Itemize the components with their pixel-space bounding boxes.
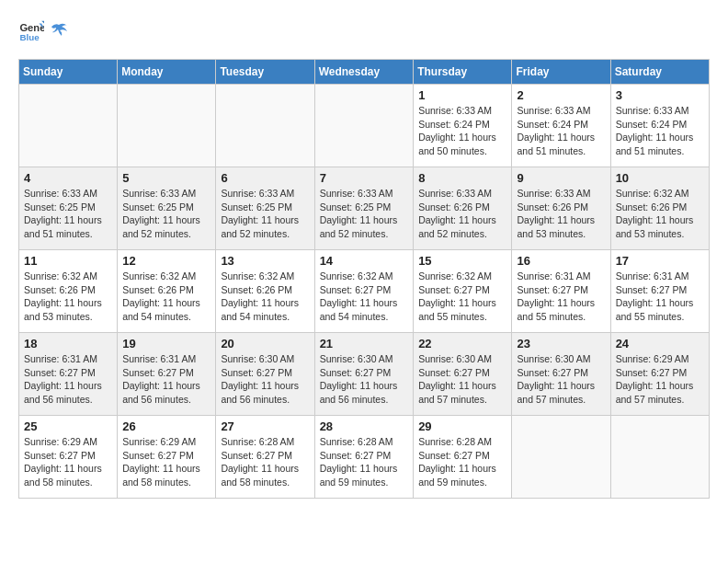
calendar-cell: 17Sunrise: 6:31 AM Sunset: 6:27 PM Dayli… <box>610 250 709 333</box>
calendar-cell: 6Sunrise: 6:33 AM Sunset: 6:25 PM Daylig… <box>216 167 314 250</box>
day-number: 19 <box>122 337 210 350</box>
logo: General Blue <box>18 18 70 44</box>
calendar-cell: 13Sunrise: 6:32 AM Sunset: 6:26 PM Dayli… <box>216 250 314 333</box>
day-number: 3 <box>616 88 704 102</box>
day-number: 7 <box>320 171 409 185</box>
calendar-week-row: 11Sunrise: 6:32 AM Sunset: 6:26 PM Dayli… <box>19 250 710 333</box>
day-info: Sunrise: 6:31 AM Sunset: 6:27 PM Dayligh… <box>122 352 210 407</box>
day-number: 25 <box>24 419 112 433</box>
calendar-cell: 23Sunrise: 6:30 AM Sunset: 6:27 PM Dayli… <box>512 333 610 416</box>
col-header-monday: Monday <box>118 60 216 85</box>
day-info: Sunrise: 6:32 AM Sunset: 6:27 PM Dayligh… <box>418 270 506 324</box>
day-number: 20 <box>221 337 309 350</box>
day-number: 1 <box>418 88 506 102</box>
day-info: Sunrise: 6:29 AM Sunset: 6:27 PM Dayligh… <box>122 435 210 489</box>
calendar-cell: 27Sunrise: 6:28 AM Sunset: 6:27 PM Dayli… <box>216 416 314 499</box>
day-number: 16 <box>517 254 605 268</box>
day-number: 22 <box>418 337 506 350</box>
day-number: 10 <box>616 171 704 185</box>
calendar-cell: 3Sunrise: 6:33 AM Sunset: 6:24 PM Daylig… <box>610 85 709 167</box>
day-number: 28 <box>320 419 409 433</box>
calendar-table: SundayMondayTuesdayWednesdayThursdayFrid… <box>18 59 710 499</box>
day-info: Sunrise: 6:31 AM Sunset: 6:27 PM Dayligh… <box>517 270 605 324</box>
day-number: 5 <box>122 171 210 185</box>
day-number: 11 <box>24 254 112 268</box>
day-number: 6 <box>221 171 309 185</box>
calendar-week-row: 25Sunrise: 6:29 AM Sunset: 6:27 PM Dayli… <box>19 416 710 499</box>
calendar-cell: 8Sunrise: 6:33 AM Sunset: 6:26 PM Daylig… <box>414 167 512 250</box>
svg-text:Blue: Blue <box>19 32 40 42</box>
day-info: Sunrise: 6:31 AM Sunset: 6:27 PM Dayligh… <box>616 270 704 324</box>
col-header-wednesday: Wednesday <box>314 60 414 85</box>
calendar-cell: 22Sunrise: 6:30 AM Sunset: 6:27 PM Dayli… <box>414 333 512 416</box>
day-info: Sunrise: 6:28 AM Sunset: 6:27 PM Dayligh… <box>320 435 409 489</box>
calendar-cell: 29Sunrise: 6:28 AM Sunset: 6:27 PM Dayli… <box>414 416 512 499</box>
calendar-cell: 26Sunrise: 6:29 AM Sunset: 6:27 PM Dayli… <box>118 416 216 499</box>
col-header-saturday: Saturday <box>610 60 709 85</box>
calendar-cell <box>19 85 118 167</box>
calendar-cell <box>314 85 414 167</box>
day-number: 29 <box>418 419 506 433</box>
calendar-cell: 9Sunrise: 6:33 AM Sunset: 6:26 PM Daylig… <box>512 167 610 250</box>
calendar-cell: 25Sunrise: 6:29 AM Sunset: 6:27 PM Dayli… <box>19 416 118 499</box>
day-info: Sunrise: 6:33 AM Sunset: 6:24 PM Dayligh… <box>517 104 605 158</box>
col-header-friday: Friday <box>512 60 610 85</box>
day-info: Sunrise: 6:33 AM Sunset: 6:24 PM Dayligh… <box>616 104 704 158</box>
day-info: Sunrise: 6:32 AM Sunset: 6:26 PM Dayligh… <box>122 270 210 324</box>
day-info: Sunrise: 6:29 AM Sunset: 6:27 PM Dayligh… <box>616 352 704 407</box>
day-number: 4 <box>24 171 112 185</box>
day-info: Sunrise: 6:28 AM Sunset: 6:27 PM Dayligh… <box>221 435 309 489</box>
day-info: Sunrise: 6:28 AM Sunset: 6:27 PM Dayligh… <box>418 435 506 489</box>
day-number: 13 <box>221 254 309 268</box>
day-number: 14 <box>320 254 409 268</box>
calendar-cell <box>610 416 709 499</box>
day-number: 9 <box>517 171 605 185</box>
calendar-header-row: SundayMondayTuesdayWednesdayThursdayFrid… <box>19 60 710 85</box>
calendar-cell: 15Sunrise: 6:32 AM Sunset: 6:27 PM Dayli… <box>414 250 512 333</box>
calendar-cell: 5Sunrise: 6:33 AM Sunset: 6:25 PM Daylig… <box>118 167 216 250</box>
day-number: 8 <box>418 171 506 185</box>
calendar-cell: 1Sunrise: 6:33 AM Sunset: 6:24 PM Daylig… <box>414 85 512 167</box>
calendar-cell <box>216 85 314 167</box>
calendar-cell: 11Sunrise: 6:32 AM Sunset: 6:26 PM Dayli… <box>19 250 118 333</box>
page-header: General Blue <box>18 18 710 44</box>
day-number: 26 <box>122 419 210 433</box>
day-info: Sunrise: 6:32 AM Sunset: 6:26 PM Dayligh… <box>221 270 309 324</box>
day-number: 15 <box>418 254 506 268</box>
calendar-cell: 18Sunrise: 6:31 AM Sunset: 6:27 PM Dayli… <box>19 333 118 416</box>
day-number: 17 <box>616 254 704 268</box>
day-info: Sunrise: 6:33 AM Sunset: 6:24 PM Dayligh… <box>418 104 506 158</box>
day-number: 24 <box>616 337 704 350</box>
logo-bird-icon <box>49 21 69 41</box>
calendar-cell: 16Sunrise: 6:31 AM Sunset: 6:27 PM Dayli… <box>512 250 610 333</box>
day-info: Sunrise: 6:30 AM Sunset: 6:27 PM Dayligh… <box>517 352 605 407</box>
day-info: Sunrise: 6:33 AM Sunset: 6:25 PM Dayligh… <box>24 187 112 241</box>
day-info: Sunrise: 6:32 AM Sunset: 6:26 PM Dayligh… <box>24 270 112 324</box>
day-info: Sunrise: 6:33 AM Sunset: 6:26 PM Dayligh… <box>517 187 605 241</box>
day-info: Sunrise: 6:29 AM Sunset: 6:27 PM Dayligh… <box>24 435 112 489</box>
day-info: Sunrise: 6:33 AM Sunset: 6:25 PM Dayligh… <box>221 187 309 241</box>
day-info: Sunrise: 6:33 AM Sunset: 6:25 PM Dayligh… <box>320 187 409 241</box>
calendar-cell: 2Sunrise: 6:33 AM Sunset: 6:24 PM Daylig… <box>512 85 610 167</box>
calendar-cell: 20Sunrise: 6:30 AM Sunset: 6:27 PM Dayli… <box>216 333 314 416</box>
logo-icon: General Blue <box>18 18 44 44</box>
calendar-week-row: 18Sunrise: 6:31 AM Sunset: 6:27 PM Dayli… <box>19 333 710 416</box>
calendar-cell: 28Sunrise: 6:28 AM Sunset: 6:27 PM Dayli… <box>314 416 414 499</box>
day-number: 12 <box>122 254 210 268</box>
calendar-week-row: 4Sunrise: 6:33 AM Sunset: 6:25 PM Daylig… <box>19 167 710 250</box>
col-header-sunday: Sunday <box>19 60 118 85</box>
calendar-cell: 7Sunrise: 6:33 AM Sunset: 6:25 PM Daylig… <box>314 167 414 250</box>
day-number: 18 <box>24 337 112 350</box>
calendar-cell: 10Sunrise: 6:32 AM Sunset: 6:26 PM Dayli… <box>610 167 709 250</box>
day-info: Sunrise: 6:32 AM Sunset: 6:26 PM Dayligh… <box>616 187 704 241</box>
calendar-week-row: 1Sunrise: 6:33 AM Sunset: 6:24 PM Daylig… <box>19 85 710 167</box>
calendar-cell: 4Sunrise: 6:33 AM Sunset: 6:25 PM Daylig… <box>19 167 118 250</box>
calendar-cell: 24Sunrise: 6:29 AM Sunset: 6:27 PM Dayli… <box>610 333 709 416</box>
day-number: 27 <box>221 419 309 433</box>
calendar-cell: 12Sunrise: 6:32 AM Sunset: 6:26 PM Dayli… <box>118 250 216 333</box>
calendar-cell: 19Sunrise: 6:31 AM Sunset: 6:27 PM Dayli… <box>118 333 216 416</box>
col-header-thursday: Thursday <box>414 60 512 85</box>
day-info: Sunrise: 6:33 AM Sunset: 6:26 PM Dayligh… <box>418 187 506 241</box>
calendar-cell: 21Sunrise: 6:30 AM Sunset: 6:27 PM Dayli… <box>314 333 414 416</box>
day-info: Sunrise: 6:31 AM Sunset: 6:27 PM Dayligh… <box>24 352 112 407</box>
